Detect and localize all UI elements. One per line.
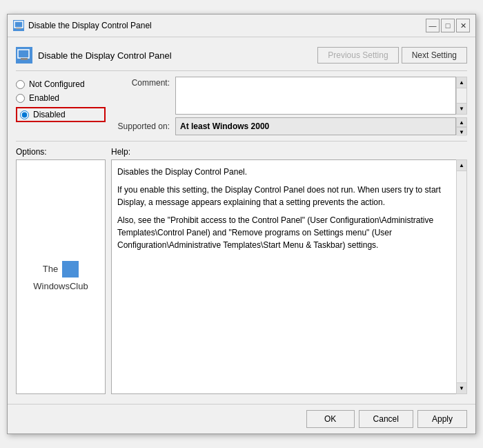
options-title: Options: <box>16 147 106 157</box>
section-divider <box>16 141 467 142</box>
comment-scrollbar: ▲ ▼ <box>456 77 467 115</box>
options-box: The WindowsClub <box>16 159 106 394</box>
header-buttons: Previous Setting Next Setting <box>317 47 467 64</box>
help-box: Disables the Display Control Panel. If y… <box>111 159 467 394</box>
main-window: Disable the Display Control Panel — □ ✕ … <box>7 14 476 434</box>
radio-panel: Not Configured Enabled Disabled <box>16 77 106 135</box>
help-scroll-up[interactable]: ▲ <box>457 160 466 171</box>
supported-scrollbar: ▲ ▼ <box>456 117 467 135</box>
header-left: Disable the Display Control Panel <box>16 47 172 64</box>
title-bar-left: Disable the Display Control Panel <box>13 20 152 31</box>
radio-group: Not Configured Enabled Disabled <box>16 77 106 125</box>
window-icon <box>13 20 24 31</box>
help-para1: Disables the Display Control Panel. <box>117 166 461 178</box>
comment-label: Comment: <box>111 77 170 88</box>
scroll-down-arrow[interactable]: ▼ <box>457 103 466 114</box>
scrollbar-track <box>457 88 466 103</box>
help-text: Disables the Display Control Panel. If y… <box>117 166 461 251</box>
help-scrollbar: ▲ ▼ <box>456 159 467 394</box>
disabled-option[interactable]: Disabled <box>16 107 106 122</box>
options-logo: The WindowsClub <box>33 261 88 293</box>
supported-row: Supported on: At least Windows 2000 ▲ ▼ <box>111 117 467 135</box>
supported-label: Supported on: <box>111 121 170 131</box>
help-para2: If you enable this setting, the Display … <box>117 184 461 208</box>
footer: OK Cancel Apply <box>8 404 475 434</box>
help-para3: Also, see the "Prohibit access to the Co… <box>117 214 461 251</box>
enabled-option[interactable]: Enabled <box>16 93 106 103</box>
apply-button[interactable]: Apply <box>417 410 467 428</box>
help-section: Help: Disables the Display Control Panel… <box>111 147 467 394</box>
window-content: Disable the Display Control Panel Previo… <box>8 37 475 400</box>
right-panel: Comment: ▲ ▼ Supported on: At least <box>111 77 467 135</box>
disabled-label: Disabled <box>33 110 66 119</box>
options-help-row: Options: The WindowsClub Help: <box>16 147 467 394</box>
prev-setting-button[interactable]: Previous Setting <box>317 47 398 64</box>
not-configured-option[interactable]: Not Configured <box>16 79 106 89</box>
ok-button[interactable]: OK <box>306 410 355 428</box>
header-bar: Disable the Display Control Panel Previo… <box>16 43 467 71</box>
comment-row: Comment: ▲ ▼ <box>111 77 467 115</box>
maximize-button[interactable]: □ <box>441 19 455 32</box>
scroll-up-arrow[interactable]: ▲ <box>457 77 466 88</box>
help-scroll-down[interactable]: ▼ <box>457 382 466 393</box>
svg-rect-1 <box>15 22 22 27</box>
svg-rect-5 <box>21 58 28 60</box>
logo-icon <box>62 261 79 277</box>
help-box-wrap: Disables the Display Control Panel. If y… <box>111 159 467 394</box>
title-bar: Disable the Display Control Panel — □ ✕ <box>8 14 475 37</box>
window-title: Disable the Display Control Panel <box>28 21 152 30</box>
help-scrollbar-track <box>457 171 466 382</box>
supported-value: At least Windows 2000 <box>175 117 456 135</box>
logo-row: The <box>43 261 79 277</box>
main-config-section: Not Configured Enabled Disabled Comm <box>16 77 467 135</box>
not-configured-radio[interactable] <box>16 80 25 89</box>
svg-rect-2 <box>16 28 21 29</box>
enabled-radio[interactable] <box>16 94 25 103</box>
options-section: Options: The WindowsClub <box>16 147 106 394</box>
minimize-button[interactable]: — <box>426 19 440 32</box>
disabled-radio[interactable] <box>20 110 29 119</box>
svg-rect-4 <box>19 50 28 57</box>
logo-line1: The <box>43 263 58 275</box>
comment-field-wrap: ▲ ▼ <box>175 77 467 115</box>
enabled-label: Enabled <box>29 93 59 103</box>
comment-textarea[interactable] <box>175 77 456 115</box>
supported-scroll-down[interactable]: ▼ <box>457 127 466 136</box>
next-setting-button[interactable]: Next Setting <box>402 47 467 64</box>
logo-line2: WindowsClub <box>33 280 88 293</box>
cancel-button[interactable]: Cancel <box>359 410 413 428</box>
supported-value-wrap: At least Windows 2000 ▲ ▼ <box>175 117 467 135</box>
close-button[interactable]: ✕ <box>456 19 470 32</box>
help-title: Help: <box>111 147 467 157</box>
supported-scroll-up[interactable]: ▲ <box>457 118 466 127</box>
header-icon <box>16 47 32 64</box>
window-controls: — □ ✕ <box>426 19 470 32</box>
not-configured-label: Not Configured <box>29 79 85 89</box>
header-title: Disable the Display Control Panel <box>38 50 172 61</box>
